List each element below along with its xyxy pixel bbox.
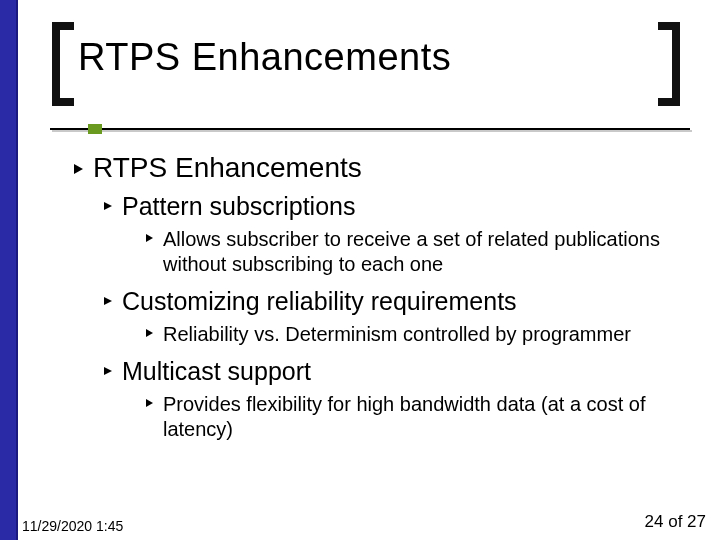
outline-item: Multicast support xyxy=(104,357,684,386)
outline-item-label: Customizing reliability requirements xyxy=(122,287,517,316)
outline-heading-row: RTPS Enhancements xyxy=(74,152,684,184)
footer-datetime: 11/29/2020 1:45 xyxy=(22,518,123,534)
body: RTPS Enhancements Pattern subscriptions … xyxy=(74,152,684,452)
divider-shadow xyxy=(52,130,692,132)
outline-item-detail: Reliability vs. Determinism controlled b… xyxy=(163,322,631,347)
outline-item-detail-row: Allows subscriber to receive a set of re… xyxy=(146,227,684,277)
outline-item-label: Multicast support xyxy=(122,357,311,386)
outline-item-detail: Provides flexibility for high bandwidth … xyxy=(163,392,663,442)
divider xyxy=(50,126,690,136)
bullet-icon xyxy=(146,399,153,407)
outline-item: Customizing reliability requirements xyxy=(104,287,684,316)
outline-item-detail-row: Provides flexibility for high bandwidth … xyxy=(146,392,684,442)
bullet-icon xyxy=(146,329,153,337)
divider-accent-icon xyxy=(88,124,102,134)
bullet-icon xyxy=(104,297,112,305)
bullet-icon xyxy=(104,367,112,375)
slide-title: RTPS Enhancements xyxy=(78,36,451,79)
footer-page-number: 24 of 27 xyxy=(645,512,706,532)
bracket-right-icon xyxy=(658,22,680,106)
bullet-icon xyxy=(146,234,153,242)
bracket-left-icon xyxy=(52,22,74,106)
slide: RTPS Enhancements RTPS Enhancements Patt… xyxy=(0,0,720,540)
left-stripe xyxy=(0,0,18,540)
divider-line xyxy=(50,128,690,130)
outline-item-detail-row: Reliability vs. Determinism controlled b… xyxy=(146,322,684,347)
outline-item-label: Pattern subscriptions xyxy=(122,192,355,221)
title-block: RTPS Enhancements xyxy=(52,22,672,106)
bullet-icon xyxy=(104,202,112,210)
outline-item: Pattern subscriptions xyxy=(104,192,684,221)
outline-heading: RTPS Enhancements xyxy=(93,152,362,184)
bullet-icon xyxy=(74,164,83,174)
outline-item-detail: Allows subscriber to receive a set of re… xyxy=(163,227,663,277)
